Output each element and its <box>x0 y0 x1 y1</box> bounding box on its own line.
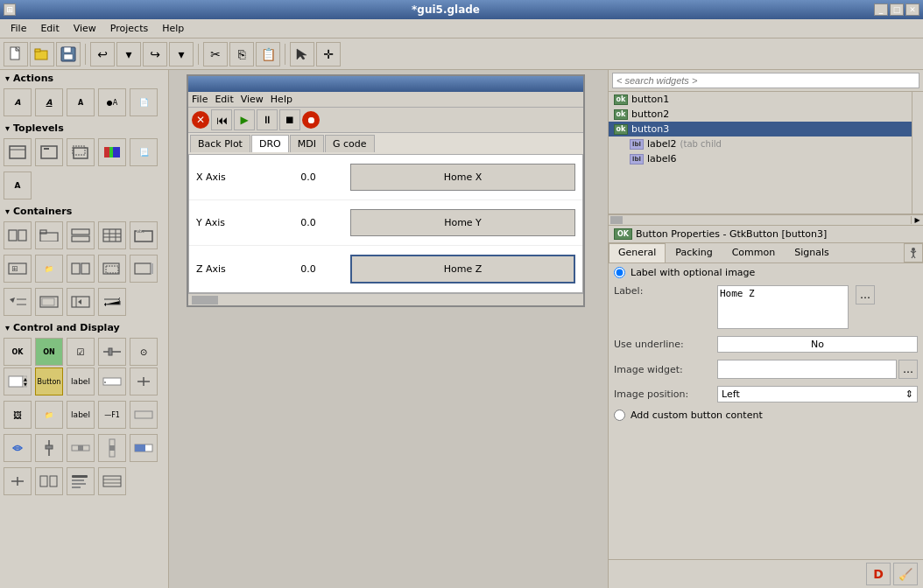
save-button[interactable] <box>56 42 81 66</box>
widget-vscroll[interactable] <box>98 434 126 462</box>
undo-button[interactable]: ↩ <box>90 42 115 66</box>
window-controls[interactable]: _ □ ✕ <box>874 4 923 16</box>
glade-hscroll[interactable] <box>188 293 583 305</box>
widget-label-icon[interactable]: 📁 <box>35 255 63 283</box>
redo-dropdown[interactable]: ▾ <box>169 42 194 66</box>
tab-gcode[interactable]: G code <box>325 135 375 152</box>
widget-misc2[interactable] <box>4 467 32 495</box>
tree-hscroll[interactable]: ▶ <box>609 214 923 226</box>
widget-file[interactable]: 📄 <box>130 88 158 116</box>
widget-overlay[interactable] <box>98 255 126 283</box>
open-button[interactable] <box>30 42 54 66</box>
glade-menu-edit[interactable]: Edit <box>215 94 233 105</box>
widget-notebook[interactable] <box>35 221 63 249</box>
copy-button[interactable]: ⎘ <box>229 42 254 66</box>
search-input[interactable] <box>612 73 919 88</box>
stop2-button[interactable]: ⏹ <box>279 109 300 130</box>
section-containers[interactable]: Containers <box>0 203 168 220</box>
widget-frame[interactable]: abc <box>130 221 158 249</box>
tab-backplot[interactable]: Back Plot <box>190 135 250 152</box>
tab-dro[interactable]: DRO <box>251 135 289 152</box>
widget-label-alone[interactable]: A <box>4 172 32 200</box>
tree-item-label2[interactable]: lbl label2 (tab child <box>609 136 923 151</box>
home-x-button[interactable]: Home X <box>350 164 575 191</box>
tab-signals[interactable]: Signals <box>785 243 839 262</box>
widget-scale-h[interactable] <box>98 338 126 366</box>
widget-stack[interactable] <box>35 288 63 316</box>
widget-treeview[interactable] <box>98 467 126 495</box>
minimize-button[interactable]: _ <box>874 4 888 16</box>
label-ellipsis-button[interactable]: … <box>856 285 875 304</box>
record-stop-button[interactable]: ⏺ <box>302 111 320 129</box>
widget-misc[interactable] <box>130 368 158 396</box>
widget-label-a[interactable]: A <box>4 88 32 116</box>
widget-entry[interactable] <box>98 368 126 396</box>
label-with-image-radio[interactable] <box>614 267 625 278</box>
widget-slider-v[interactable] <box>35 434 63 462</box>
tree-item-button1[interactable]: ok button1 <box>609 92 923 107</box>
tree-item-button3[interactable]: ok button3 <box>609 122 923 136</box>
widget-hscroll[interactable] <box>67 434 95 462</box>
label-textarea[interactable]: Home Z <box>717 285 849 329</box>
tree-item-label6[interactable]: lbl label6 <box>609 151 923 166</box>
widget-doc[interactable]: 📃 <box>130 138 158 166</box>
tree-scrollbar[interactable] <box>912 92 923 214</box>
tab-common[interactable]: Common <box>722 243 786 262</box>
widget-switch-page[interactable] <box>67 288 95 316</box>
move-button[interactable]: ✛ <box>316 42 341 66</box>
maximize-button[interactable]: □ <box>890 4 904 16</box>
widget-label-b[interactable]: A <box>35 88 63 116</box>
widget-scrolled[interactable] <box>130 255 158 283</box>
widget-label-w2[interactable]: label <box>67 401 95 429</box>
widget-link[interactable] <box>4 434 32 462</box>
paste-button[interactable]: 📋 <box>256 42 280 66</box>
delete-button[interactable]: D <box>866 563 891 585</box>
cut-button[interactable]: ✂ <box>203 42 228 66</box>
image-position-select[interactable]: Left ⇕ <box>717 386 918 402</box>
widget-spinbutton[interactable]: ▲▼ <box>4 368 32 396</box>
menu-edit[interactable]: Edit <box>33 21 66 36</box>
widget-window2[interactable] <box>35 138 63 166</box>
glade-menu-file[interactable]: File <box>192 94 208 105</box>
use-underline-value[interactable]: No <box>717 336 918 353</box>
new-button[interactable] <box>4 42 28 66</box>
tab-mdi[interactable]: MDI <box>290 135 324 152</box>
widget-vbox[interactable] <box>67 221 95 249</box>
play-button[interactable]: ▶ <box>234 109 255 130</box>
stop-button[interactable]: ✕ <box>192 111 209 129</box>
tree-item-button2[interactable]: ok button2 <box>609 107 923 122</box>
menu-view[interactable]: View <box>67 21 103 36</box>
back-button[interactable]: ⏮ <box>211 109 232 130</box>
custom-content-radio[interactable] <box>614 410 625 421</box>
widget-image[interactable]: 🖼 <box>4 401 32 429</box>
section-control-display[interactable]: Control and Display <box>0 319 168 336</box>
widget-radio[interactable]: ⊙ <box>130 338 158 366</box>
widget-accel[interactable]: —F1 <box>98 401 126 429</box>
widget-color[interactable] <box>98 138 126 166</box>
widget-ok-btn[interactable]: OK <box>4 338 32 366</box>
tab-general[interactable]: General <box>609 243 666 262</box>
widget-expander[interactable]: ⊞ <box>4 255 32 283</box>
widget-on-btn[interactable]: ON <box>35 338 63 366</box>
close-button[interactable]: ✕ <box>905 4 919 16</box>
widget-window3[interactable] <box>67 138 95 166</box>
image-widget-input[interactable] <box>717 360 897 379</box>
glade-menu-help[interactable]: Help <box>271 94 292 105</box>
widget-label-w[interactable]: label <box>67 368 95 396</box>
widget-button[interactable]: Button <box>35 368 63 396</box>
menu-file[interactable]: File <box>4 21 33 36</box>
glade-menu-view[interactable]: View <box>241 94 264 105</box>
widget-progress[interactable] <box>130 434 158 462</box>
widget-arrow[interactable] <box>130 401 158 429</box>
image-widget-ellipsis[interactable]: … <box>898 360 918 379</box>
menu-projects[interactable]: Projects <box>103 21 155 36</box>
widget-listbox[interactable] <box>4 288 32 316</box>
widget-window1[interactable] <box>4 138 32 166</box>
home-y-button[interactable]: Home Y <box>350 209 575 236</box>
clear-button[interactable]: 🧹 <box>893 563 918 585</box>
section-toplevels[interactable]: Toplevels <box>0 120 168 136</box>
redo-button[interactable]: ↪ <box>143 42 167 66</box>
widget-radio-oa[interactable]: ●A <box>98 88 126 116</box>
widget-paned[interactable] <box>67 255 95 283</box>
widget-textview[interactable] <box>67 467 95 495</box>
